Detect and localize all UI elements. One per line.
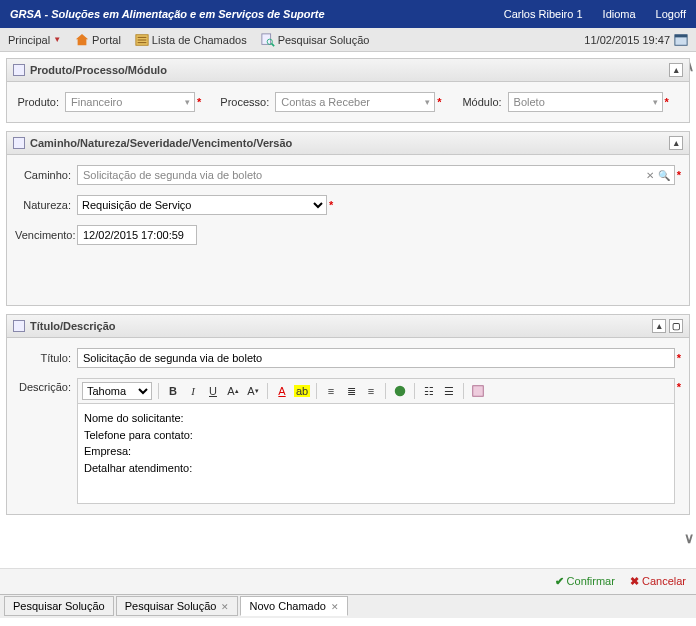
align-left-button[interactable]: ≡ xyxy=(323,383,339,399)
editor-line: Telefone para contato: xyxy=(84,427,668,444)
language-link[interactable]: Idioma xyxy=(603,8,636,20)
label-natureza: Natureza: xyxy=(15,199,71,211)
label-caminho: Caminho: xyxy=(15,169,71,181)
panel-titulo-header[interactable]: Título/Descrição ▴ ▢ xyxy=(7,315,689,338)
close-icon[interactable]: ✕ xyxy=(221,602,229,612)
required-star: * xyxy=(329,199,333,211)
align-center-button[interactable]: ≣ xyxy=(343,383,359,399)
value-produto: Financeiro xyxy=(71,96,122,108)
menu-lista-chamados[interactable]: Lista de Chamados xyxy=(135,33,247,47)
search-icon[interactable]: 🔍 xyxy=(658,170,670,181)
collapse-button[interactable]: ▴ xyxy=(652,319,666,333)
tab-label: Pesquisar Solução xyxy=(13,600,105,612)
app-header: GRSA - Soluções em Alimentação e em Serv… xyxy=(0,0,696,28)
calendar-icon[interactable] xyxy=(674,33,688,47)
source-button[interactable] xyxy=(470,383,486,399)
ordered-list-button[interactable]: ☷ xyxy=(421,383,437,399)
panel-icon xyxy=(13,137,25,149)
value-modulo: Boleto xyxy=(514,96,545,108)
required-star: * xyxy=(677,169,681,181)
house-icon xyxy=(75,33,89,47)
cancel-label: Cancelar xyxy=(642,575,686,587)
clear-icon[interactable]: ✕ xyxy=(646,170,654,181)
font-shrink-button[interactable]: A▾ xyxy=(245,383,261,399)
input-titulo[interactable] xyxy=(77,348,675,368)
form-content: Produto/Processo/Módulo ▴ Produto: Finan… xyxy=(0,52,696,568)
svg-point-9 xyxy=(395,386,406,397)
value-caminho: Solicitação de segunda via de boleto xyxy=(83,169,262,181)
bold-button[interactable]: B xyxy=(165,383,181,399)
collapse-button[interactable]: ▴ xyxy=(669,136,683,150)
dropdown-processo[interactable]: Contas a Receber xyxy=(275,92,435,112)
menu-principal[interactable]: Principal ▼ xyxy=(8,34,61,46)
search-doc-icon xyxy=(261,33,275,47)
panel-titulo-body: Título: * Descrição: Tahoma B I U A▴ A▾ xyxy=(7,338,689,514)
menu-portal[interactable]: Portal xyxy=(75,33,121,47)
panel-produto: Produto/Processo/Módulo ▴ Produto: Finan… xyxy=(6,58,690,123)
panel-titulo-title: Título/Descrição xyxy=(30,320,116,332)
input-caminho[interactable]: Solicitação de segunda via de boleto ✕ 🔍 xyxy=(77,165,675,185)
required-star: * xyxy=(677,352,681,364)
maximize-button[interactable]: ▢ xyxy=(669,319,683,333)
label-produto: Produto: xyxy=(15,96,59,108)
highlight-button[interactable]: ab xyxy=(294,383,310,399)
font-grow-button[interactable]: A▴ xyxy=(225,383,241,399)
header-right: Carlos Ribeiro 1 Idioma Logoff xyxy=(504,8,686,20)
svg-line-6 xyxy=(271,43,274,46)
svg-rect-10 xyxy=(473,386,484,397)
tab-novo-chamado[interactable]: Novo Chamado✕ xyxy=(240,596,347,616)
italic-button[interactable]: I xyxy=(185,383,201,399)
link-button[interactable] xyxy=(392,383,408,399)
required-star: * xyxy=(677,381,681,393)
dropdown-modulo[interactable]: Boleto xyxy=(508,92,663,112)
required-star: * xyxy=(665,96,669,108)
menu-lista-label: Lista de Chamados xyxy=(152,34,247,46)
label-vencimento: Vencimento: xyxy=(15,229,71,241)
font-color-button[interactable]: A xyxy=(274,383,290,399)
tab-pesquisar-1[interactable]: Pesquisar Solução xyxy=(4,596,114,616)
label-titulo: Título: xyxy=(15,352,71,364)
editor-line: Detalhar atendimento: xyxy=(84,460,668,477)
panel-produto-title: Produto/Processo/Módulo xyxy=(30,64,167,76)
app-title: GRSA - Soluções em Alimentação e em Serv… xyxy=(10,8,325,20)
input-vencimento[interactable] xyxy=(77,225,197,245)
unordered-list-button[interactable]: ☰ xyxy=(441,383,457,399)
panel-icon xyxy=(13,64,25,76)
underline-button[interactable]: U xyxy=(205,383,221,399)
required-star: * xyxy=(197,96,201,108)
font-select[interactable]: Tahoma xyxy=(82,382,152,400)
cancel-button[interactable]: Cancelar xyxy=(630,575,686,587)
main-toolbar: Principal ▼ Portal Lista de Chamados Pes… xyxy=(0,28,696,52)
collapse-button[interactable]: ▴ xyxy=(669,63,683,77)
panel-caminho-header[interactable]: Caminho/Natureza/Severidade/Vencimento/V… xyxy=(7,132,689,155)
editor-toolbar: Tahoma B I U A▴ A▾ A ab ≡ ≣ ≡ xyxy=(77,378,675,404)
dropdown-produto[interactable]: Financeiro xyxy=(65,92,195,112)
editor-line: Nome do solicitante: xyxy=(84,410,668,427)
panel-icon xyxy=(13,320,25,332)
menu-principal-label: Principal xyxy=(8,34,50,46)
menu-portal-label: Portal xyxy=(92,34,121,46)
close-icon[interactable]: ✕ xyxy=(331,602,339,612)
panel-produto-body: Produto: Financeiro * Processo: Contas a… xyxy=(7,82,689,122)
bottom-actions: Confirmar Cancelar xyxy=(0,568,696,594)
svg-rect-8 xyxy=(675,34,687,37)
chevron-down-icon: ▼ xyxy=(53,35,61,44)
confirm-button[interactable]: Confirmar xyxy=(555,575,615,587)
panel-produto-header[interactable]: Produto/Processo/Módulo ▴ xyxy=(7,59,689,82)
confirm-label: Confirmar xyxy=(567,575,615,587)
editor-body[interactable]: Nome do solicitante: Telefone para conta… xyxy=(77,404,675,504)
tab-pesquisar-2[interactable]: Pesquisar Solução✕ xyxy=(116,596,239,616)
editor-line: Empresa: xyxy=(84,443,668,460)
panel-caminho-title: Caminho/Natureza/Severidade/Vencimento/V… xyxy=(30,137,292,149)
user-name[interactable]: Carlos Ribeiro 1 xyxy=(504,8,583,20)
align-right-button[interactable]: ≡ xyxy=(363,383,379,399)
logoff-link[interactable]: Logoff xyxy=(656,8,686,20)
select-natureza[interactable]: Requisição de Serviço xyxy=(77,195,327,215)
menu-pesquisar-solucao[interactable]: Pesquisar Solução xyxy=(261,33,370,47)
value-processo: Contas a Receber xyxy=(281,96,370,108)
tab-label: Pesquisar Solução xyxy=(125,600,217,612)
tabs-strip: Pesquisar Solução Pesquisar Solução✕ Nov… xyxy=(0,594,696,618)
list-icon xyxy=(135,33,149,47)
label-modulo: Módulo: xyxy=(460,96,502,108)
datetime-display: 11/02/2015 19:47 xyxy=(584,33,688,47)
